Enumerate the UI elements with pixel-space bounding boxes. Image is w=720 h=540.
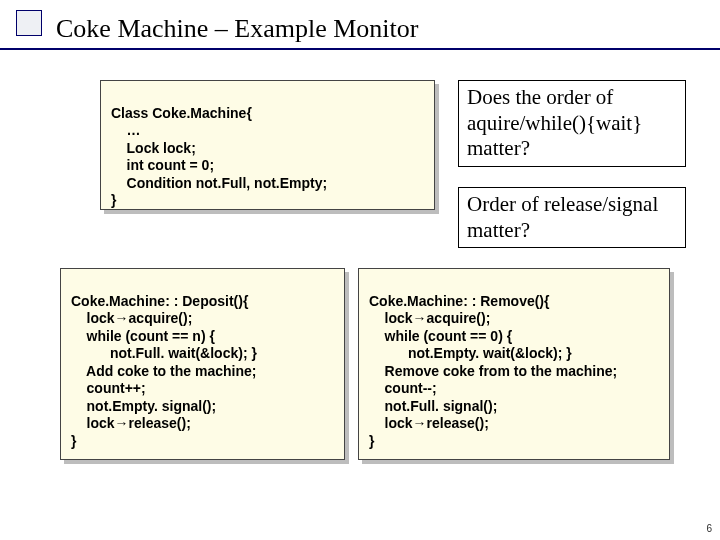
code-line: while (count == 0) {: [369, 328, 512, 344]
question-text: Order of release/signal matter?: [467, 192, 658, 242]
code-line: lock→acquire();: [369, 310, 490, 326]
code-line: Remove coke from to the machine;: [369, 363, 617, 379]
code-line: Coke.Machine: : Remove(){: [369, 293, 549, 309]
question-box-order-release: Order of release/signal matter?: [458, 187, 686, 248]
deposit-method-box: Coke.Machine: : Deposit(){ lock→acquire(…: [60, 268, 345, 460]
code-line: }: [111, 192, 116, 208]
code-line: Condition not.Full, not.Empty;: [111, 175, 327, 191]
code-line: while (count == n) {: [71, 328, 215, 344]
code-line: lock→acquire();: [71, 310, 192, 326]
code-line: int count = 0;: [111, 157, 214, 173]
slide-root: Coke Machine – Example Monitor Class Cok…: [0, 0, 720, 540]
code-line: not.Full. wait(&lock); }: [71, 345, 257, 361]
remove-method-box: Coke.Machine: : Remove(){ lock→acquire()…: [358, 268, 670, 460]
code-line: Lock lock;: [111, 140, 196, 156]
code-line: count--;: [369, 380, 437, 396]
code-line: not.Empty. wait(&lock); }: [369, 345, 572, 361]
code-line: Add coke to the machine;: [71, 363, 256, 379]
slide-title: Coke Machine – Example Monitor: [56, 14, 418, 44]
code-line: lock→release();: [369, 415, 489, 431]
question-box-order-acquire: Does the order of aquire/while(){wait} m…: [458, 80, 686, 167]
code-line: count++;: [71, 380, 146, 396]
title-underline: [0, 48, 720, 50]
slide-number: 6: [706, 523, 712, 534]
deposit-code: Coke.Machine: : Deposit(){ lock→acquire(…: [71, 275, 334, 468]
code-line: Coke.Machine: : Deposit(){: [71, 293, 248, 309]
code-line: lock→release();: [71, 415, 191, 431]
class-definition-box: Class Coke.Machine{ … Lock lock; int cou…: [100, 80, 435, 210]
corner-decoration: [16, 10, 42, 36]
code-line: }: [369, 433, 374, 449]
code-line: }: [71, 433, 76, 449]
code-line: …: [111, 122, 141, 138]
remove-code: Coke.Machine: : Remove(){ lock→acquire()…: [369, 275, 659, 468]
code-line: not.Empty. signal();: [71, 398, 216, 414]
code-line: not.Full. signal();: [369, 398, 497, 414]
class-code: Class Coke.Machine{ … Lock lock; int cou…: [111, 87, 424, 227]
question-text: Does the order of aquire/while(){wait} m…: [467, 85, 642, 160]
code-line: Class Coke.Machine{: [111, 105, 252, 121]
